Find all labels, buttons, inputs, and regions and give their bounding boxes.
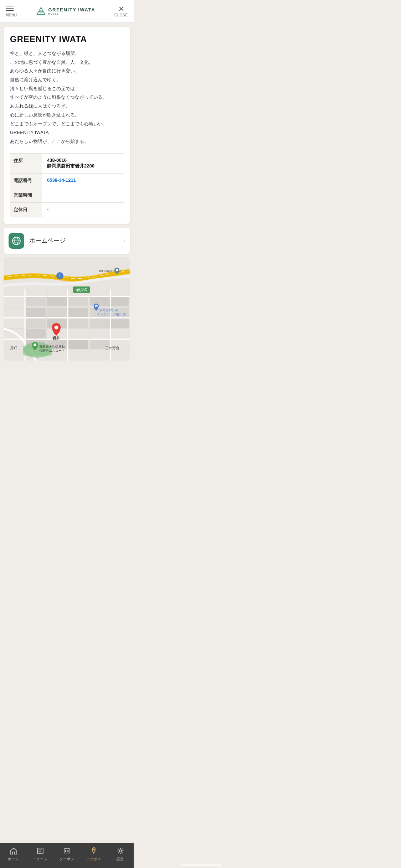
svg-text:テックランド磐田店: テックランド磐田店 [97,312,126,316]
svg-text:岩井: 岩井 [52,336,61,340]
logo-text: GREENITY IWATA HOTEL [48,7,95,15]
svg-point-53 [55,325,58,329]
info-card: GREENITY IWATA 空と、緑と、人とつながる場所。 この地に息づく豊か… [4,27,130,224]
svg-rect-25 [47,308,67,317]
table-row: 電話番号 0538-34-1211 [10,173,124,188]
svg-rect-23 [26,329,46,339]
menu-label: MENU [6,13,17,17]
label-closed: 定休日 [10,202,42,217]
homepage-icon-wrap [9,233,24,249]
svg-text:岩井IC: 岩井IC [76,288,87,292]
svg-text:三ケ野台: 三ケ野台 [105,346,119,350]
homepage-link[interactable]: ホームページ › [4,228,130,254]
label-address: 住所 [10,153,42,173]
svg-text:見町: 見町 [10,346,17,350]
svg-rect-32 [111,297,129,306]
logo-main-text: GREENITY IWATA [48,7,95,12]
svg-point-48 [116,269,118,271]
map-container[interactable]: 1 岩井IC IBCompany Inc. 🛍 ヤマダデンキ テックランド磐田店… [4,257,130,361]
table-row: 定休日 - [10,202,124,217]
svg-rect-21 [26,308,46,317]
svg-text:磐田東大久保運動: 磐田東大久保運動 [39,345,65,348]
svg-rect-28 [68,308,88,317]
logo-icon [36,6,46,16]
homepage-text: ホームページ [29,237,118,245]
logo-sub-text: HOTEL [48,12,95,15]
svg-rect-29 [68,319,88,328]
svg-rect-22 [26,319,46,328]
svg-text:1: 1 [59,274,61,278]
hotel-name: GREENITY IWATA [10,34,124,44]
globe-icon [12,236,21,246]
svg-text:🛍: 🛍 [95,305,98,308]
hotel-description: 空と、緑と、人とつながる場所。 この地に息づく豊かな自然、人、文化。 あらゆる人… [10,49,124,146]
address-full: 静岡県磐田市岩井2280 [47,163,120,169]
svg-rect-27 [68,297,88,306]
info-table: 住所 438-0016 静岡県磐田市岩井2280 電話番号 0538-34-12… [10,153,124,217]
table-row: 営業時間 - [10,188,124,202]
label-hours: 営業時間 [10,188,42,202]
svg-rect-38 [68,340,88,349]
svg-point-55 [34,343,36,346]
table-row: 住所 438-0016 静岡県磐田市岩井2280 [10,153,124,173]
header: MENU GREENITY IWATA HOTEL ✕ CLOSE [0,0,134,23]
svg-rect-34 [111,319,129,328]
map-svg: 1 岩井IC IBCompany Inc. 🛍 ヤマダデンキ テックランド磐田店… [4,257,130,361]
svg-marker-1 [38,9,43,14]
close-icon: ✕ [118,5,124,12]
value-closed: - [42,202,124,217]
value-phone[interactable]: 0538-34-1211 [42,173,124,188]
address-zip: 438-0016 [47,157,120,163]
svg-rect-24 [47,297,67,306]
chevron-right-icon: › [123,237,125,244]
svg-text:公園テニスコート: 公園テニスコート [39,349,65,352]
label-phone: 電話番号 [10,173,42,188]
svg-rect-20 [26,297,46,306]
main-content: GREENITY IWATA 空と、緑と、人とつながる場所。 この地に息づく豊か… [0,27,134,386]
menu-button[interactable]: MENU [6,6,17,17]
value-address: 438-0016 静岡県磐田市岩井2280 [42,153,124,173]
close-button[interactable]: ✕ CLOSE [114,5,128,17]
value-hours: - [42,188,124,202]
svg-text:ヤマダデンキ: ヤマダデンキ [99,309,118,312]
close-label: CLOSE [114,13,128,17]
svg-rect-30 [90,297,110,306]
svg-rect-35 [90,319,110,328]
header-logo: GREENITY IWATA HOTEL [36,6,95,16]
